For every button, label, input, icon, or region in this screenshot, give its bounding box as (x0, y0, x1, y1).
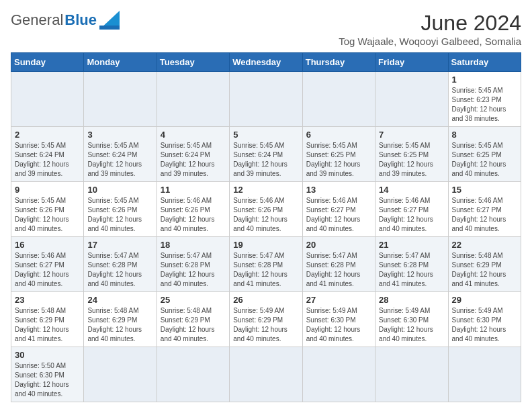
day-number: 26 (233, 295, 298, 305)
day-info: Sunrise: 5:49 AM Sunset: 6:30 PM Dayligh… (306, 306, 371, 344)
svg-rect-1 (99, 26, 120, 30)
calendar-cell (157, 72, 229, 127)
calendar-cell: 2Sunrise: 5:45 AM Sunset: 6:24 PM Daylig… (11, 127, 84, 182)
day-number: 7 (379, 130, 444, 140)
day-number: 14 (379, 185, 444, 195)
calendar-week-3: 9Sunrise: 5:45 AM Sunset: 6:26 PM Daylig… (11, 182, 521, 237)
day-info: Sunrise: 5:45 AM Sunset: 6:25 PM Dayligh… (379, 141, 444, 179)
logo: General Blue (11, 11, 120, 30)
calendar-cell: 21Sunrise: 5:47 AM Sunset: 6:28 PM Dayli… (375, 237, 448, 292)
day-info: Sunrise: 5:46 AM Sunset: 6:26 PM Dayligh… (233, 196, 298, 234)
day-info: Sunrise: 5:48 AM Sunset: 6:29 PM Dayligh… (15, 306, 80, 344)
day-number: 20 (306, 240, 371, 250)
day-header-sunday: Sunday (11, 53, 84, 72)
day-number: 29 (452, 295, 517, 305)
page-subtitle: Tog Wajaale, Woqooyi Galbeed, Somalia (339, 36, 521, 47)
calendar-cell: 12Sunrise: 5:46 AM Sunset: 6:26 PM Dayli… (230, 182, 302, 237)
day-number: 18 (161, 240, 226, 250)
calendar-cell (11, 72, 84, 127)
day-info: Sunrise: 5:47 AM Sunset: 6:28 PM Dayligh… (306, 251, 371, 289)
logo-blue-text: Blue (64, 11, 97, 29)
day-info: Sunrise: 5:45 AM Sunset: 6:23 PM Dayligh… (452, 86, 517, 124)
day-info: Sunrise: 5:46 AM Sunset: 6:26 PM Dayligh… (161, 196, 226, 234)
calendar-cell: 11Sunrise: 5:46 AM Sunset: 6:26 PM Dayli… (157, 182, 229, 237)
day-header-tuesday: Tuesday (157, 53, 229, 72)
day-number: 8 (452, 130, 517, 140)
day-info: Sunrise: 5:48 AM Sunset: 6:29 PM Dayligh… (161, 306, 226, 344)
day-number: 5 (233, 130, 298, 140)
day-info: Sunrise: 5:49 AM Sunset: 6:29 PM Dayligh… (233, 306, 298, 344)
calendar-cell (302, 347, 375, 402)
day-number: 24 (87, 295, 152, 305)
day-number: 10 (87, 185, 152, 195)
calendar-week-6: 30Sunrise: 5:50 AM Sunset: 6:30 PM Dayli… (11, 347, 521, 402)
day-info: Sunrise: 5:47 AM Sunset: 6:28 PM Dayligh… (379, 251, 444, 289)
day-number: 28 (379, 295, 444, 305)
calendar-cell: 25Sunrise: 5:48 AM Sunset: 6:29 PM Dayli… (157, 292, 229, 347)
calendar-cell: 29Sunrise: 5:49 AM Sunset: 6:30 PM Dayli… (448, 292, 521, 347)
day-header-thursday: Thursday (302, 53, 375, 72)
title-block: June 2024 Tog Wajaale, Woqooyi Galbeed, … (339, 11, 521, 47)
calendar-cell: 18Sunrise: 5:47 AM Sunset: 6:28 PM Dayli… (157, 237, 229, 292)
day-number: 4 (161, 130, 226, 140)
calendar-cell: 14Sunrise: 5:46 AM Sunset: 6:27 PM Dayli… (375, 182, 448, 237)
calendar-body: 1Sunrise: 5:45 AM Sunset: 6:23 PM Daylig… (11, 72, 521, 402)
calendar-cell: 1Sunrise: 5:45 AM Sunset: 6:23 PM Daylig… (448, 72, 521, 127)
calendar-cell (302, 72, 375, 127)
day-number: 13 (306, 185, 371, 195)
day-number: 25 (161, 295, 226, 305)
calendar-cell: 3Sunrise: 5:45 AM Sunset: 6:24 PM Daylig… (84, 127, 157, 182)
calendar-cell (84, 347, 157, 402)
day-info: Sunrise: 5:46 AM Sunset: 6:27 PM Dayligh… (379, 196, 444, 234)
calendar-cell: 13Sunrise: 5:46 AM Sunset: 6:27 PM Dayli… (302, 182, 375, 237)
calendar-cell: 24Sunrise: 5:48 AM Sunset: 6:29 PM Dayli… (84, 292, 157, 347)
calendar-cell: 17Sunrise: 5:47 AM Sunset: 6:28 PM Dayli… (84, 237, 157, 292)
calendar-cell: 22Sunrise: 5:48 AM Sunset: 6:29 PM Dayli… (448, 237, 521, 292)
calendar-week-1: 1Sunrise: 5:45 AM Sunset: 6:23 PM Daylig… (11, 72, 521, 127)
day-info: Sunrise: 5:49 AM Sunset: 6:30 PM Dayligh… (452, 306, 517, 344)
logo-general-text: General (11, 11, 63, 29)
calendar-week-2: 2Sunrise: 5:45 AM Sunset: 6:24 PM Daylig… (11, 127, 521, 182)
day-info: Sunrise: 5:50 AM Sunset: 6:30 PM Dayligh… (15, 361, 80, 399)
day-info: Sunrise: 5:45 AM Sunset: 6:24 PM Dayligh… (15, 141, 80, 179)
day-number: 19 (233, 240, 298, 250)
calendar-week-4: 16Sunrise: 5:46 AM Sunset: 6:27 PM Dayli… (11, 237, 521, 292)
page-title: June 2024 (339, 11, 521, 36)
day-number: 16 (15, 240, 80, 250)
day-number: 6 (306, 130, 371, 140)
day-info: Sunrise: 5:49 AM Sunset: 6:30 PM Dayligh… (379, 306, 444, 344)
day-info: Sunrise: 5:47 AM Sunset: 6:28 PM Dayligh… (87, 251, 152, 289)
day-header-wednesday: Wednesday (230, 53, 302, 72)
calendar-cell (375, 72, 448, 127)
day-number: 17 (87, 240, 152, 250)
day-number: 9 (15, 185, 80, 195)
day-number: 12 (233, 185, 298, 195)
day-info: Sunrise: 5:45 AM Sunset: 6:24 PM Dayligh… (161, 141, 226, 179)
calendar-cell (230, 347, 302, 402)
day-info: Sunrise: 5:48 AM Sunset: 6:29 PM Dayligh… (452, 251, 517, 289)
calendar-cell: 27Sunrise: 5:49 AM Sunset: 6:30 PM Dayli… (302, 292, 375, 347)
day-number: 21 (379, 240, 444, 250)
day-number: 11 (161, 185, 226, 195)
calendar-cell (84, 72, 157, 127)
calendar-table: SundayMondayTuesdayWednesdayThursdayFrid… (11, 52, 521, 402)
day-number: 23 (15, 295, 80, 305)
calendar-cell (448, 347, 521, 402)
calendar-cell: 20Sunrise: 5:47 AM Sunset: 6:28 PM Dayli… (302, 237, 375, 292)
calendar-cell: 15Sunrise: 5:46 AM Sunset: 6:27 PM Dayli… (448, 182, 521, 237)
calendar-cell: 5Sunrise: 5:45 AM Sunset: 6:24 PM Daylig… (230, 127, 302, 182)
day-info: Sunrise: 5:45 AM Sunset: 6:25 PM Dayligh… (306, 141, 371, 179)
day-info: Sunrise: 5:45 AM Sunset: 6:24 PM Dayligh… (87, 141, 152, 179)
day-info: Sunrise: 5:45 AM Sunset: 6:24 PM Dayligh… (233, 141, 298, 179)
day-info: Sunrise: 5:45 AM Sunset: 6:25 PM Dayligh… (452, 141, 517, 179)
calendar-cell: 10Sunrise: 5:45 AM Sunset: 6:26 PM Dayli… (84, 182, 157, 237)
calendar-week-5: 23Sunrise: 5:48 AM Sunset: 6:29 PM Dayli… (11, 292, 521, 347)
calendar-cell: 4Sunrise: 5:45 AM Sunset: 6:24 PM Daylig… (157, 127, 229, 182)
calendar-cell: 19Sunrise: 5:47 AM Sunset: 6:28 PM Dayli… (230, 237, 302, 292)
calendar-cell: 16Sunrise: 5:46 AM Sunset: 6:27 PM Dayli… (11, 237, 84, 292)
day-info: Sunrise: 5:45 AM Sunset: 6:26 PM Dayligh… (87, 196, 152, 234)
day-info: Sunrise: 5:45 AM Sunset: 6:26 PM Dayligh… (15, 196, 80, 234)
calendar-cell (230, 72, 302, 127)
calendar-cell (375, 347, 448, 402)
day-header-saturday: Saturday (448, 53, 521, 72)
